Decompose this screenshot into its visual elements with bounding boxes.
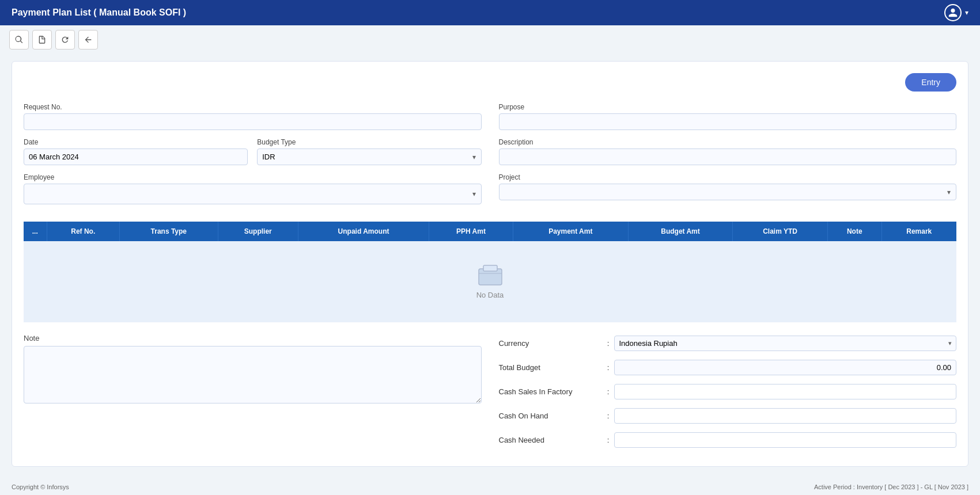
- col-payment-amt: Payment Amt: [513, 222, 628, 241]
- note-label: Note: [24, 334, 482, 342]
- date-input[interactable]: [24, 148, 248, 165]
- user-dropdown-arrow[interactable]: ▾: [965, 9, 968, 17]
- request-no-input[interactable]: [24, 113, 482, 130]
- employee-select-wrapper: [24, 184, 482, 204]
- no-data-cell: No Data: [24, 241, 956, 322]
- total-budget-row: Total Budget :: [499, 358, 957, 376]
- cash-on-hand-row: Cash On Hand :: [499, 406, 957, 425]
- table-header: ... Ref No. Trans Type Supplier Unpaid A…: [24, 222, 956, 241]
- main-card: Entry Request No. Date Budget Type: [12, 61, 968, 467]
- cash-needed-colon: :: [603, 436, 614, 444]
- form-right: Purpose Description Project: [499, 103, 957, 212]
- refresh-button[interactable]: [55, 30, 75, 50]
- cash-on-hand-input-wrapper: [614, 408, 957, 424]
- col-note: Note: [827, 222, 881, 241]
- main-content: Entry Request No. Date Budget Type: [0, 54, 980, 474]
- total-budget-label: Total Budget: [499, 363, 603, 372]
- header-user[interactable]: ▾: [944, 4, 968, 21]
- table-wrapper[interactable]: ... Ref No. Trans Type Supplier Unpaid A…: [24, 222, 956, 322]
- cash-on-hand-label: Cash On Hand: [499, 412, 603, 420]
- total-budget-input[interactable]: [614, 360, 957, 375]
- back-button[interactable]: [78, 30, 98, 50]
- cash-on-hand-colon: :: [603, 412, 614, 420]
- cash-sales-row: Cash Sales In Factory :: [499, 382, 957, 401]
- employee-select[interactable]: [24, 184, 482, 204]
- cash-sales-input-wrapper: [614, 384, 957, 399]
- document-button[interactable]: [32, 30, 52, 50]
- summary-section: Currency : Indonesia Rupiah USD ▾ Total …: [499, 334, 957, 455]
- total-budget-colon: :: [603, 363, 614, 372]
- description-input[interactable]: [499, 148, 957, 165]
- no-data-svg: [476, 264, 504, 287]
- project-group: Project: [499, 173, 957, 200]
- description-group: Description: [499, 138, 957, 165]
- purpose-input[interactable]: [499, 113, 957, 130]
- currency-colon: :: [603, 339, 614, 348]
- col-budget-amt: Budget Amt: [628, 222, 732, 241]
- currency-label: Currency: [499, 339, 603, 348]
- entry-btn-row: Entry: [24, 73, 956, 97]
- cash-sales-label: Cash Sales In Factory: [499, 387, 603, 396]
- col-pph-amt: PPH Amt: [429, 222, 513, 241]
- table-section: ... Ref No. Trans Type Supplier Unpaid A…: [24, 222, 956, 322]
- header: Payment Plan List ( Manual Book SOFI ) ▾: [0, 0, 980, 25]
- form-grid: Request No. Date Budget Type IDR USD: [24, 103, 956, 212]
- employee-group: Employee: [24, 173, 482, 204]
- budget-type-label: Budget Type: [257, 138, 481, 146]
- data-table: ... Ref No. Trans Type Supplier Unpaid A…: [24, 222, 956, 322]
- table-row: No Data: [24, 241, 956, 322]
- currency-row: Currency : Indonesia Rupiah USD ▾: [499, 334, 957, 352]
- cash-sales-colon: :: [603, 387, 614, 396]
- note-textarea[interactable]: [24, 346, 482, 403]
- cash-needed-row: Cash Needed :: [499, 431, 957, 449]
- user-icon[interactable]: [944, 4, 962, 21]
- search-button[interactable]: [9, 30, 29, 50]
- project-select-wrapper: [499, 184, 957, 200]
- currency-select-wrapper: Indonesia Rupiah USD ▾: [614, 336, 957, 351]
- col-claim-ytd: Claim YTD: [733, 222, 828, 241]
- col-ref-no: Ref No.: [47, 222, 120, 241]
- no-data-text: No Data: [476, 291, 504, 299]
- header-title: Payment Plan List ( Manual Book SOFI ): [12, 7, 186, 18]
- date-budget-row: Date Budget Type IDR USD: [24, 138, 482, 173]
- note-section: Note: [24, 334, 482, 455]
- entry-button[interactable]: Entry: [905, 73, 956, 92]
- col-trans-type: Trans Type: [120, 222, 218, 241]
- cash-needed-input[interactable]: [614, 432, 957, 448]
- toolbar: [0, 25, 980, 54]
- date-label: Date: [24, 138, 248, 146]
- currency-select[interactable]: Indonesia Rupiah USD: [614, 336, 957, 351]
- budget-type-group: Budget Type IDR USD: [257, 138, 481, 165]
- col-remark: Remark: [881, 222, 956, 241]
- project-label: Project: [499, 173, 957, 181]
- budget-type-select[interactable]: IDR USD: [257, 148, 481, 165]
- cash-on-hand-input[interactable]: [614, 408, 957, 424]
- no-data-icon: No Data: [47, 264, 933, 299]
- description-label: Description: [499, 138, 957, 146]
- cash-sales-input[interactable]: [614, 384, 957, 399]
- budget-type-select-wrapper: IDR USD: [257, 148, 481, 165]
- table-body: No Data: [24, 241, 956, 322]
- purpose-label: Purpose: [499, 103, 957, 111]
- total-budget-input-wrapper: [614, 360, 957, 375]
- col-supplier: Supplier: [218, 222, 298, 241]
- purpose-group: Purpose: [499, 103, 957, 130]
- col-unpaid-amount: Unpaid Amount: [298, 222, 429, 241]
- date-group: Date: [24, 138, 248, 165]
- bottom-section: Note Currency : Indonesia Rupiah USD ▾: [24, 334, 956, 455]
- request-no-label: Request No.: [24, 103, 482, 111]
- cash-needed-label: Cash Needed: [499, 436, 603, 444]
- svg-rect-1: [483, 265, 497, 271]
- request-no-group: Request No.: [24, 103, 482, 130]
- form-left: Request No. Date Budget Type IDR USD: [24, 103, 482, 212]
- project-select[interactable]: [499, 184, 957, 200]
- employee-label: Employee: [24, 173, 482, 181]
- col-dots: ...: [24, 222, 47, 241]
- cash-needed-input-wrapper: [614, 432, 957, 448]
